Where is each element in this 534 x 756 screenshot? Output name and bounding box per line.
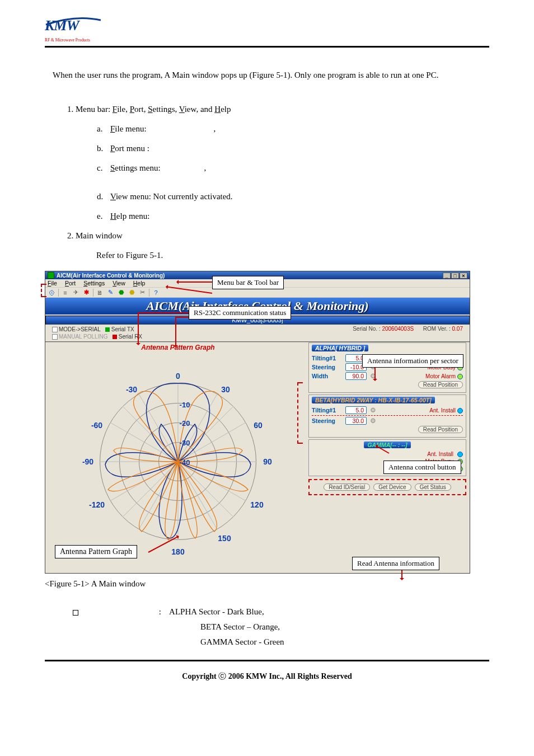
arrow-line <box>138 313 139 344</box>
list-item-1e: e.Help menu: <box>97 209 489 224</box>
deg-180: 180 <box>171 547 184 556</box>
alpha-header: ALPHA[ HYBRID ] <box>312 345 368 351</box>
get-device-button[interactable]: Get Device <box>373 483 411 491</box>
ring-10: -10 <box>180 401 190 409</box>
menu-port[interactable]: Port <box>65 280 76 287</box>
list-item-2: Main window <box>76 228 489 243</box>
page-footer: Copyright ⓒ 2006 KMW Inc., All Rights Re… <box>45 660 489 682</box>
alpha-sector: ALPHA[ HYBRID ] Tilting#1 5.0 ⚙ Ant. Ins… <box>308 342 466 393</box>
list-item-1: Menu bar: File, Port, Settings, View, an… <box>76 102 489 224</box>
figure-window: Menu bar & Tool bar RS-232C communicatio… <box>45 271 470 574</box>
get-status-button[interactable]: Get Status <box>415 483 451 491</box>
page-header: KMW RF & Microwave Products <box>45 17 489 48</box>
legend-beta: BETA Sector – Orange, <box>73 619 489 635</box>
tx-label: Serial TX <box>111 326 134 332</box>
body-text: When the user runs the program, A Main w… <box>45 68 489 263</box>
read-position-button[interactable]: Read Position <box>418 381 463 388</box>
refer-line: Refer to Figure 5-1. <box>45 248 489 263</box>
read-id-button[interactable]: Read ID/Serial <box>324 483 370 491</box>
deg-n60: -60 <box>91 421 102 430</box>
list-item-1c: c.Settings menu:, <box>97 161 489 176</box>
figure-caption: <Figure 5-1> A Main window <box>45 579 489 589</box>
tool-icon[interactable]: ⬣ <box>117 288 125 297</box>
steering-label: Steering <box>312 364 342 370</box>
tool-icon[interactable]: ✎ <box>106 288 115 297</box>
menu-settings[interactable]: Settings <box>83 280 105 287</box>
ring-40: -40 <box>180 458 190 467</box>
deg-120: 120 <box>250 500 263 509</box>
legend-gamma: GAMMA Sector - Green <box>73 635 489 650</box>
deg-n120: -120 <box>89 500 105 509</box>
tilting-label: Tilting#1 <box>312 355 342 361</box>
maximize-button[interactable]: □ <box>451 273 459 279</box>
motor-alarm-label: Motor Alarm <box>425 373 456 379</box>
led-icon <box>457 408 463 414</box>
serial-value: 200604003S <box>382 326 414 332</box>
arrow-line <box>175 317 176 346</box>
steering-value: 30.0 <box>345 417 367 425</box>
ring-20: -20 <box>180 419 190 428</box>
pattern-title: Antenna Pattern Graph <box>49 344 307 351</box>
arrow-line <box>374 368 376 380</box>
window-title: AICM(Air Interface Control & Monitoring) <box>57 273 165 279</box>
close-button[interactable]: × <box>460 273 467 279</box>
deg-90: 90 <box>263 457 272 466</box>
deg-30: 30 <box>221 385 230 394</box>
tool-icon[interactable]: ⮾ <box>48 288 56 297</box>
callout-read-info: Read Antenna information <box>352 557 439 570</box>
list-item-1d: d.View menu: Not currently activated. <box>97 189 489 204</box>
intro-paragraph: When the user runs the program, A Main w… <box>53 68 489 83</box>
callout-ctrl-btn: Antenna control button <box>383 461 461 474</box>
led-icon <box>457 374 463 379</box>
callout-apg: Antenna Pattern Graph <box>55 545 137 558</box>
gamma-header: GAMMA[-- : --] <box>364 442 410 448</box>
mode-label: MODE->SERIAL <box>59 326 100 332</box>
tilting-value: 5.0 <box>345 406 367 414</box>
beta-header: BETA[HYBRID 2WAY : HB-X-IB-17-65-00T] <box>312 397 435 403</box>
ant-install-label: Ant. Install <box>427 451 453 457</box>
callout-sector-info: Antenna information per sector <box>362 354 463 368</box>
menu-file[interactable]: File <box>48 280 57 287</box>
read-position-button[interactable]: Read Position <box>418 426 463 433</box>
rom-label: ROM Ver. : <box>423 326 451 332</box>
tilting-label: Tilting#1 <box>312 407 342 414</box>
legend-marker <box>73 610 78 616</box>
tool-icon[interactable]: ⬣ <box>128 288 136 297</box>
serial-label: Serial No. : <box>353 326 380 332</box>
tool-icon[interactable]: ≡ <box>61 288 69 297</box>
arrow-line <box>177 281 212 283</box>
deg-n90: -90 <box>82 457 93 466</box>
status-row: MODE->SERIAL Serial TX MANUAL POLLING Se… <box>45 325 470 342</box>
read-button-row: Read ID/Serial Get Device Get Status <box>308 479 466 495</box>
red-bracket <box>41 284 46 297</box>
list-item-1b: b.Port menu : <box>97 141 489 156</box>
logo-mark: KMW <box>45 17 106 36</box>
steering-label: Steering <box>312 417 342 424</box>
tool-icon[interactable]: 🗎 <box>96 288 104 297</box>
tool-icon[interactable]: ✂ <box>138 288 147 297</box>
help-icon[interactable]: ? <box>152 288 160 297</box>
arrow-line <box>138 312 189 313</box>
callout-rs232: RS-232C communication status <box>189 306 291 320</box>
menu-view[interactable]: View <box>113 280 125 287</box>
width-label: Width <box>312 373 342 379</box>
arrow-line <box>401 570 402 579</box>
gear-icon[interactable]: ⚙ <box>370 417 376 425</box>
sector-legend: : ALPHA Sector - Dark Blue, BETA Sector … <box>73 604 489 650</box>
rom-value: 0.07 <box>452 326 463 332</box>
led-icon <box>457 452 463 457</box>
beta-sector: BETA[HYBRID 2WAY : HB-X-IB-17-65-00T] Ti… <box>308 395 466 438</box>
width-value: 90.0 <box>345 372 367 380</box>
tool-icon[interactable]: ✱ <box>82 288 91 297</box>
minimize-button[interactable]: _ <box>443 273 451 279</box>
tool-icon[interactable]: ✈ <box>72 288 80 297</box>
logo: KMW RF & Microwave Products <box>45 17 112 43</box>
arrow-line <box>175 317 190 318</box>
legend-alpha: ALPHA Sector - Dark Blue, <box>169 607 264 616</box>
gear-icon[interactable]: ⚙ <box>370 406 376 414</box>
list-item-1a: a.File menu:, <box>97 121 489 137</box>
callout-menubar: Menu bar & Tool bar <box>212 276 284 289</box>
menu-help[interactable]: Help <box>133 280 146 287</box>
red-bracket <box>297 382 303 444</box>
sector-panel-group: ALPHA[ HYBRID ] Tilting#1 5.0 ⚙ Ant. Ins… <box>308 342 466 571</box>
